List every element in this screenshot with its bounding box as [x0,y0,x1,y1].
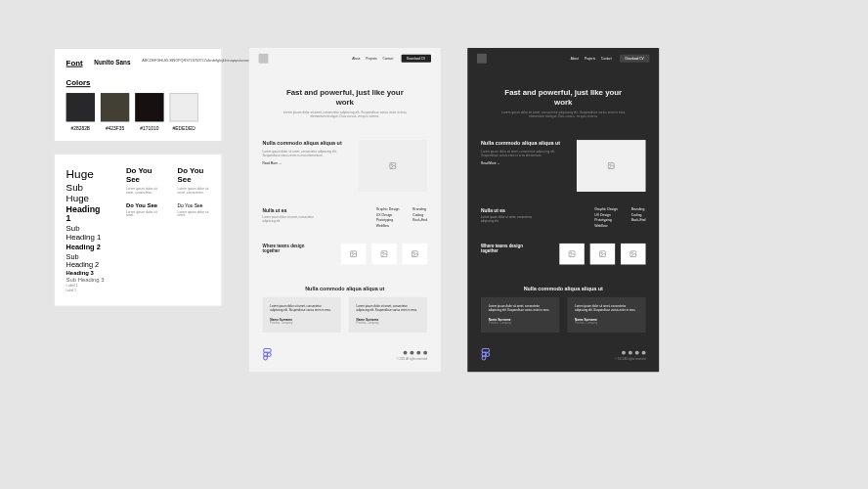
nav: About Projects Contact [571,57,612,61]
font-name: Nunito Sans [94,59,130,66]
nav-contact[interactable]: Contact [383,57,394,61]
svg-point-7 [413,252,414,253]
image-icon [568,250,576,258]
team-title: Where teams design together [481,244,523,254]
team-title: Where teams design together [263,244,305,254]
skill-item: Branding [631,206,646,210]
image-icon [380,250,388,258]
skill-item: Prototyping [594,218,618,222]
type-col2-title: Do You See [126,168,158,185]
testimonial-card: Lorem ipsum dolor sit amet, consectetur … [263,297,341,333]
svg-point-3 [352,252,353,253]
colors-heading: Colors [66,78,210,87]
nav-projects[interactable]: Projects [366,57,376,61]
swatch: #423F35 [101,93,129,131]
skills-body: Lorem ipsum dolor sit amet, consectetur … [481,216,539,224]
skill-item: Prototyping [376,218,400,222]
image-icon [607,161,615,169]
type-col2-body2: Lorem ipsum dolor sit amet. [126,209,158,217]
hero-title: Fast and powerful, just like your work [497,88,630,107]
testimonial-quote: Lorem ipsum dolor sit amet, consectetur … [357,304,420,312]
nav-projects[interactable]: Projects [585,57,595,61]
style-guide-font-colors: Font Nunito Sans ABCDEFGHIJKLMNOPQRSTUVW… [54,48,222,142]
testimonial-quote: Lorem ipsum dolor sit amet, consectetur … [270,304,333,312]
feature-body: Lorem ipsum dolor sit amet, consectetur … [263,150,349,157]
swatch: #28282B [66,93,95,131]
svg-point-10 [610,164,611,165]
testimonials-title: Nulla commodo aliqua aliqua ut [481,286,646,291]
skill-item: UX Design [594,212,618,216]
feature-image-placeholder [577,140,646,192]
testimonial-card: Lorem ipsum dolor sit amet, consectetur … [567,297,645,333]
skill-item: UX Design [376,212,400,216]
team-thumb[interactable] [341,244,366,265]
testimonial-card: Lorem ipsum dolor sit amet, consectetur … [481,297,559,333]
team-thumb[interactable] [559,244,584,265]
download-cv-button[interactable]: Download CV [620,55,650,63]
feature-title: Nulla commodo aliqua aliqua ut [481,140,567,146]
svg-point-17 [486,353,490,357]
skill-item [412,224,427,228]
skill-item: Back-End [412,218,427,222]
swatch-hex: #423F35 [106,125,124,131]
nav: About Projects Contact [352,57,393,61]
testimonial-role: Position, Company [357,322,420,326]
type-huge: Huge [66,168,108,182]
testimonial-role: Position, Company [575,322,638,326]
type-h1: Heading 1 [66,204,108,224]
skills-body: Lorem ipsum dolor sit amet, consectetur … [263,216,321,224]
skill-item: Coding [412,212,427,216]
team-thumb[interactable] [590,244,615,265]
svg-point-16 [631,252,632,253]
type-sh3: Sub Heading 3 [66,277,108,283]
read-more-link[interactable]: Read More → [481,161,499,165]
svg-point-1 [391,164,392,165]
skill-item: Graphic Design [376,206,400,210]
type-col2-sub: Do You See [126,202,158,208]
testimonials-title: Nulla commodo aliqua aliqua ut [263,286,428,291]
team-thumb[interactable] [621,244,645,265]
download-cv-button[interactable]: Download CV [401,55,431,63]
testimonial-card: Lorem ipsum dolor sit amet, consectetur … [349,297,427,333]
skill-item: Graphic Design [594,206,618,210]
svg-point-14 [601,252,602,253]
read-more-link[interactable]: Read More → [263,161,282,165]
type-h3: Heading 3 [66,270,108,276]
feature-image-placeholder [359,140,428,192]
type-col3-body2: Lorem ipsum dolor sit amet. [178,209,210,217]
nav-about[interactable]: About [352,57,360,61]
mockup-dark: About Projects Contact Download CV Fast … [467,48,659,373]
svg-point-8 [267,353,271,357]
nav-about[interactable]: About [571,57,579,61]
skill-item: Webflow [594,224,618,228]
skill-item: Webflow [376,224,400,228]
skill-item: Coding [631,212,646,216]
font-sample: ABCDEFGHIJKLMNOPQRSTUVWXYZabcdefghijklmn… [142,59,209,67]
nav-contact[interactable]: Contact [601,57,612,61]
hero-body: Lorem ipsum dolor sit amet, consectetur … [497,111,630,118]
hero-body: Lorem ipsum dolor sit amet, consectetur … [278,111,412,118]
swatch-chip [101,93,129,121]
social-icons[interactable] [615,350,645,354]
figma-logo-icon [263,348,273,363]
type-h2: Heading 2 [66,243,108,251]
team-thumb[interactable] [371,244,396,265]
swatch-hex: #EDEDED [173,125,195,131]
swatch-hex: #28282B [71,125,91,131]
type-col3-body1: Lorem ipsum dolor sit amet, consectetur. [178,187,210,195]
type-sh2: Sub Heading 2 [66,252,108,270]
team-thumb[interactable] [403,244,427,265]
testimonial-quote: Lorem ipsum dolor sit amet, consectetur … [575,304,638,312]
hero-title: Fast and powerful, just like your work [278,88,412,107]
social-icons[interactable] [397,350,427,354]
svg-point-5 [382,252,383,253]
svg-point-12 [570,252,571,253]
skill-item: Back-End [631,218,646,222]
testimonial-quote: Lorem ipsum dolor sit amet, consectetur … [489,304,552,312]
type-col3-title: Do You See [178,168,210,185]
typography-card: Huge Sub Huge Heading 1 Sub Heading 1 He… [54,154,222,307]
skills-title: Nulla ut ea [481,206,539,212]
image-icon [629,250,637,258]
testimonial-role: Position, Company [489,322,552,326]
type-col2-body1: Lorem ipsum dolor sit amet, consectetur. [126,187,158,195]
